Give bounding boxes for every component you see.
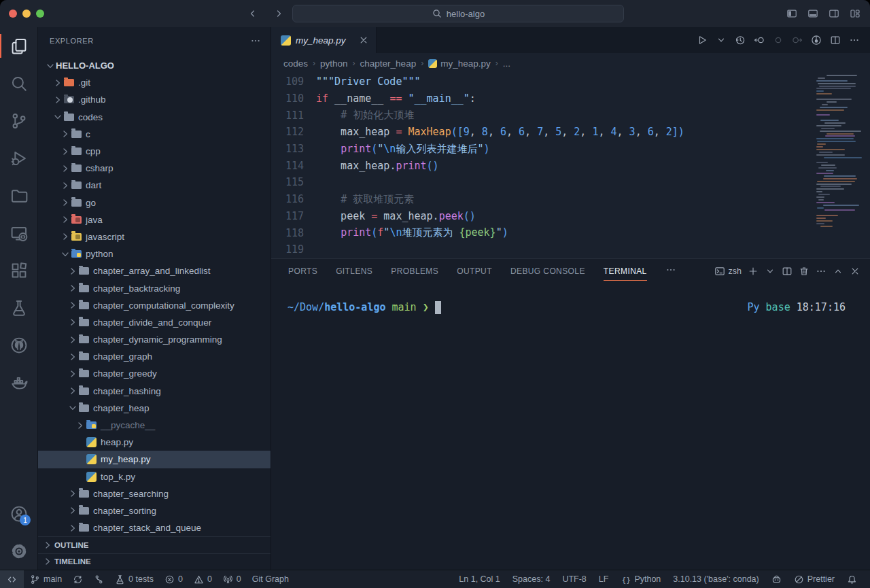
zoom-window-button[interactable] xyxy=(36,10,44,18)
terminal[interactable]: ~/Dow/hello-algo main ❯ Py base 18:17:16 xyxy=(271,283,870,570)
tree-item-go[interactable]: go xyxy=(38,194,271,211)
breadcrumb-item[interactable]: chapter_heap xyxy=(360,58,417,69)
activity-settings-icon[interactable] xyxy=(0,532,37,570)
gitlens-graph-icon[interactable] xyxy=(809,33,824,48)
warnings-count[interactable]: 0 xyxy=(189,570,217,588)
tree-item-chapter-stack-and-queue[interactable]: chapter_stack_and_queue xyxy=(38,519,271,536)
tree-item--github[interactable]: .github xyxy=(38,91,271,108)
tree-item-dart[interactable]: dart xyxy=(38,177,271,194)
code-editor[interactable]: 109"""Driver Code"""110if __name__ == "_… xyxy=(271,73,870,258)
remote-indicator[interactable] xyxy=(0,570,24,588)
cursor-position[interactable]: Ln 1, Col 1 xyxy=(454,570,504,588)
next-change-icon[interactable] xyxy=(790,33,805,48)
terminal-dropdown-icon[interactable] xyxy=(765,266,776,277)
explorer-more-actions-icon[interactable] xyxy=(250,35,261,46)
tree-item-chapter-backtracking[interactable]: chapter_backtracking xyxy=(38,279,271,296)
tree-item-chapter-hashing[interactable]: chapter_hashing xyxy=(38,383,271,400)
breadcrumb-item[interactable]: codes xyxy=(283,58,308,69)
panel-tab-output[interactable]: OUTPUT xyxy=(457,266,492,276)
tree-item-chapter-divide-and-conquer[interactable]: chapter_divide_and_conquer xyxy=(38,314,271,331)
activity-docker-icon[interactable] xyxy=(0,364,37,401)
command-center-search[interactable]: hello-algo xyxy=(292,5,624,22)
panel-tab-gitlens[interactable]: GITLENS xyxy=(336,266,372,276)
customize-layout-icon[interactable] xyxy=(847,5,863,22)
breadcrumb-item[interactable]: python xyxy=(320,58,348,69)
activity-search-icon[interactable] xyxy=(0,65,37,102)
tree-item-top-k-py[interactable]: top_k.py xyxy=(38,468,271,485)
encoding[interactable]: UTF-8 xyxy=(557,570,591,588)
tree-item-cpp[interactable]: cpp xyxy=(38,143,271,160)
tree-item-codes[interactable]: codes xyxy=(38,109,271,126)
run-python-file-icon[interactable] xyxy=(695,33,710,48)
toggle-primary-sidebar-icon[interactable] xyxy=(784,5,800,22)
file-history-icon[interactable] xyxy=(733,33,748,48)
activity-accounts-icon[interactable]: 1 xyxy=(0,495,37,532)
close-tab-icon[interactable] xyxy=(358,35,369,46)
indentation[interactable]: Spaces: 4 xyxy=(508,570,555,588)
sync-status[interactable] xyxy=(68,570,88,588)
prettier-status[interactable]: Prettier xyxy=(789,570,839,588)
navigate-back-icon[interactable] xyxy=(245,5,261,22)
panel-tabs-more-icon[interactable] xyxy=(665,264,676,278)
tree-item-javascript[interactable]: javascript xyxy=(38,228,271,245)
toggle-panel-icon[interactable] xyxy=(805,5,821,22)
close-panel-icon[interactable] xyxy=(850,266,860,277)
tree-item-chapter-searching[interactable]: chapter_searching xyxy=(38,485,271,502)
panel-tab-ports[interactable]: PORTS xyxy=(288,266,317,276)
tree-item-chapter-sorting[interactable]: chapter_sorting xyxy=(38,502,271,519)
notifications[interactable] xyxy=(842,570,862,588)
activity-explorer-icon[interactable] xyxy=(0,27,37,65)
activity-testing-icon[interactable] xyxy=(0,289,37,326)
python-interpreter[interactable]: 3.10.13 ('base': conda) xyxy=(668,570,763,588)
activity-extensions-icon[interactable] xyxy=(0,252,37,289)
navigate-forward-icon[interactable] xyxy=(271,5,287,22)
split-editor-icon[interactable] xyxy=(828,33,843,48)
minimize-window-button[interactable] xyxy=(22,10,31,18)
tests-status[interactable]: 0 tests xyxy=(110,570,158,588)
close-window-button[interactable] xyxy=(9,10,17,18)
ports-forwarded[interactable]: 0 xyxy=(218,570,246,588)
git-graph[interactable]: Git Graph xyxy=(247,570,294,588)
tree-item-java[interactable]: java xyxy=(38,211,271,228)
panel-tab-debug-console[interactable]: DEBUG CONSOLE xyxy=(510,266,585,276)
run-dropdown-icon[interactable] xyxy=(714,33,729,48)
errors-count[interactable]: 0 xyxy=(160,570,188,588)
outline-section[interactable]: OUTLINE xyxy=(38,536,271,553)
tree-item--git[interactable]: .git xyxy=(38,74,271,91)
tree-item--pycache-[interactable]: __pycache__ xyxy=(38,417,271,434)
timeline-section[interactable]: TIMELINE xyxy=(38,553,271,570)
eol-sequence[interactable]: LF xyxy=(594,570,614,588)
tree-item-python[interactable]: python xyxy=(38,245,271,262)
tree-item-chapter-array-and-linkedlist[interactable]: chapter_array_and_linkedlist xyxy=(38,262,271,279)
tree-item-c[interactable]: c xyxy=(38,126,271,143)
activity-source-control-icon[interactable] xyxy=(0,102,37,139)
split-terminal-icon[interactable] xyxy=(782,266,793,277)
tab-my-heap-py[interactable]: my_heap.py xyxy=(271,27,377,53)
change-indicator-icon[interactable] xyxy=(771,33,786,48)
panel-tab-problems[interactable]: PROBLEMS xyxy=(391,266,438,276)
kill-terminal-icon[interactable] xyxy=(799,266,810,277)
maximize-panel-icon[interactable] xyxy=(833,266,843,277)
tree-item-csharp[interactable]: csharp xyxy=(38,160,271,177)
branch-status[interactable]: main xyxy=(25,570,67,588)
tree-item-chapter-greedy[interactable]: chapter_greedy xyxy=(38,365,271,382)
minimap[interactable] xyxy=(815,75,868,235)
tree-item-chapter-computational-complexity[interactable]: chapter_computational_complexity xyxy=(38,297,271,314)
activity-remote-explorer-icon[interactable] xyxy=(0,214,37,252)
gitlens-status[interactable] xyxy=(89,570,109,588)
toggle-secondary-sidebar-icon[interactable] xyxy=(826,5,842,22)
tree-item-chapter-graph[interactable]: chapter_graph xyxy=(38,348,271,365)
language-mode[interactable]: {}Python xyxy=(616,570,665,588)
tree-item-heap-py[interactable]: heap.py xyxy=(38,434,271,451)
copilot-status[interactable] xyxy=(767,570,786,588)
activity-project-folder-icon[interactable] xyxy=(0,177,37,214)
tree-root-hello-algo[interactable]: HELLO-ALGO xyxy=(38,57,271,74)
tree-item-chapter-heap[interactable]: chapter_heap xyxy=(38,400,271,417)
breadcrumb-item[interactable]: my_heap.py xyxy=(428,58,491,69)
terminal-shell-icon[interactable] xyxy=(714,266,725,277)
panel-tab-terminal[interactable]: TERMINAL xyxy=(604,266,647,276)
terminal-more-icon[interactable] xyxy=(816,266,826,277)
new-terminal-icon[interactable] xyxy=(748,266,759,277)
activity-run-debug-icon[interactable] xyxy=(0,139,37,177)
previous-change-icon[interactable] xyxy=(752,33,767,48)
